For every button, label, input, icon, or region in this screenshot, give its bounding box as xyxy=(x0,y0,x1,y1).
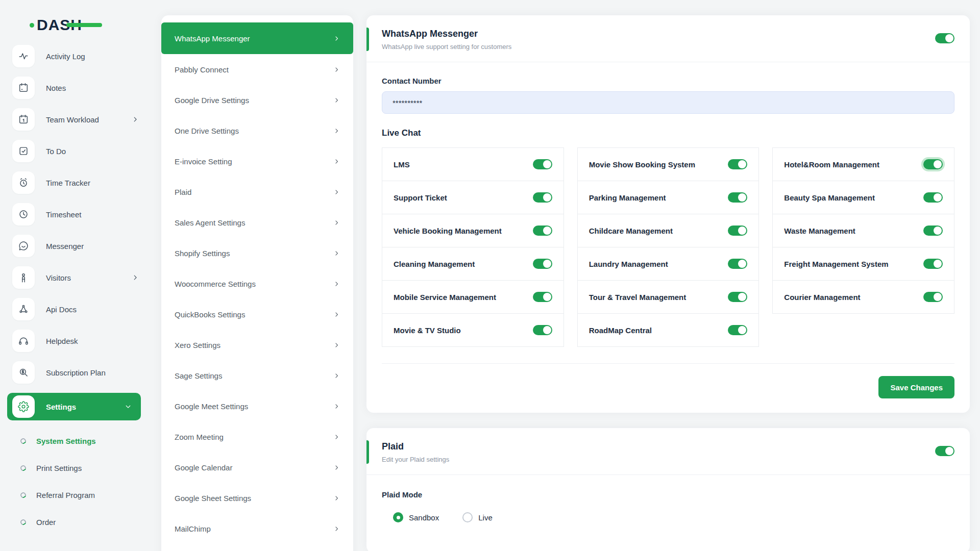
settings-nav-item-e-invoice-setting[interactable]: E-invoice Setting xyxy=(161,146,353,177)
module-toggle-parking-management[interactable] xyxy=(728,192,747,203)
settings-nav-item-xero-settings[interactable]: Xero Settings xyxy=(161,330,353,360)
module-label: Freight Management System xyxy=(784,260,888,268)
bullet-icon xyxy=(19,464,27,472)
chevron-down-icon xyxy=(125,403,132,410)
toggle-knob xyxy=(934,293,942,301)
toggle-knob xyxy=(738,326,746,334)
sidebar-subitem-system-settings[interactable]: System Settings xyxy=(0,428,153,455)
settings-nav-item-shopify-settings[interactable]: Shopify Settings xyxy=(161,238,353,268)
settings-nav-item-whatsapp-messenger[interactable]: WhatsApp Messenger xyxy=(161,22,353,54)
sidebar-item-subscription-plan[interactable]: Subscription Plan xyxy=(0,361,153,384)
module-toggle-roadmap-central[interactable] xyxy=(728,325,747,335)
module-toggle-movie-tv-studio[interactable] xyxy=(533,325,552,335)
plaid-mode-option-live[interactable]: Live xyxy=(462,512,493,522)
sidebar-item-timesheet[interactable]: Timesheet xyxy=(0,203,153,226)
settings-nav-item-sales-agent-settings[interactable]: Sales Agent Settings xyxy=(161,207,353,238)
sidebar-item-messenger[interactable]: Messenger xyxy=(0,235,153,257)
chevron-right-icon xyxy=(333,250,340,257)
toggle-knob xyxy=(543,260,551,268)
sidebar-item-team-workload[interactable]: Team Workload xyxy=(0,108,153,131)
settings-nav-item-google-drive-settings[interactable]: Google Drive Settings xyxy=(161,85,353,115)
toggle-knob xyxy=(738,193,746,202)
whatsapp-card-header: WhatsApp Messenger WhatsApp live support… xyxy=(366,15,970,62)
toggle-knob xyxy=(543,326,551,334)
module-cell-courier-management: Courier Management xyxy=(772,280,954,314)
settings-nav-list: WhatsApp MessengerPabbly ConnectGoogle D… xyxy=(161,22,353,544)
plaid-card-body: Plaid Mode SandboxLive xyxy=(366,475,970,551)
settings-nav-item-label: Pabbly Connect xyxy=(175,65,229,74)
whatsapp-settings-card: WhatsApp Messenger WhatsApp live support… xyxy=(366,15,970,413)
settings-nav-item-sage-settings[interactable]: Sage Settings xyxy=(161,360,353,391)
plaid-mode-option-label: Live xyxy=(478,513,493,522)
sidebar-item-label: Activity Log xyxy=(46,52,85,61)
sidebar-subitem-referral-program[interactable]: Referral Program xyxy=(0,482,153,509)
settings-nav-item-one-drive-settings[interactable]: One Drive Settings xyxy=(161,115,353,146)
plaid-mode-radio-sandbox[interactable] xyxy=(393,512,403,522)
plaid-mode-radio-live[interactable] xyxy=(462,512,473,522)
visitors-icon xyxy=(18,272,29,283)
module-toggle-freight-management-system[interactable] xyxy=(923,259,943,269)
plaid-enabled-toggle[interactable] xyxy=(935,446,954,456)
module-toggle-movie-show-booking-system[interactable] xyxy=(728,159,747,169)
sidebar-item-time-tracker[interactable]: Time Tracker xyxy=(0,171,153,194)
sidebar-item-label: Visitors xyxy=(46,273,71,282)
module-toggle-tour-travel-management[interactable] xyxy=(728,292,747,302)
settings-nav-item-zoom-meeting[interactable]: Zoom Meeting xyxy=(161,421,353,452)
toggle-knob xyxy=(738,260,746,268)
dash-logo[interactable]: DASH xyxy=(37,14,118,36)
sidebar-item-to-do[interactable]: To Do xyxy=(0,140,153,162)
sidebar-item-api-docs[interactable]: Api Docs xyxy=(0,298,153,320)
module-toggle-mobile-service-management[interactable] xyxy=(533,292,552,302)
settings-nav-item-plaid[interactable]: Plaid xyxy=(161,177,353,207)
module-toggle-support-ticket[interactable] xyxy=(533,192,552,203)
settings-nav-item-mailchimp[interactable]: MailChimp xyxy=(161,513,353,544)
sidebar-subitem-label: Print Settings xyxy=(36,464,82,472)
sidebar-item-helpdesk[interactable]: Helpdesk xyxy=(0,330,153,352)
main-content: WhatsApp Messenger WhatsApp live support… xyxy=(366,15,970,551)
module-label: Movie Show Booking System xyxy=(589,160,695,169)
module-toggle-vehicle-booking-management[interactable] xyxy=(533,226,552,236)
settings-nav-item-woocommerce-settings[interactable]: Woocommerce Settings xyxy=(161,268,353,299)
module-toggle-lms[interactable] xyxy=(533,159,552,169)
save-changes-button[interactable]: Save Changes xyxy=(878,376,954,398)
module-cell-hotel-room-management: Hotel&Room Management xyxy=(772,147,954,181)
settings-nav-item-pabbly-connect[interactable]: Pabbly Connect xyxy=(161,54,353,85)
module-toggle-cleaning-management[interactable] xyxy=(533,259,552,269)
module-toggle-hotel-room-management[interactable] xyxy=(923,159,943,169)
toggle-knob xyxy=(543,293,551,301)
sidebar-subitem-order[interactable]: Order xyxy=(0,509,153,536)
module-cell-childcare-management: Childcare Management xyxy=(577,214,760,247)
sidebar-subitem-print-settings[interactable]: Print Settings xyxy=(0,455,153,482)
settings-nav-item-google-calendar[interactable]: Google Calendar xyxy=(161,452,353,483)
sidebar-item-settings[interactable]: Settings xyxy=(7,393,141,420)
settings-nav-item-google-sheet-settings[interactable]: Google Sheet Settings xyxy=(161,483,353,513)
plaid-mode-option-sandbox[interactable]: Sandbox xyxy=(393,512,439,522)
chevron-right-icon xyxy=(333,281,340,287)
module-toggle-laundry-management[interactable] xyxy=(728,259,747,269)
settings-nav-item-google-meet-settings[interactable]: Google Meet Settings xyxy=(161,391,353,421)
module-label: Vehicle Booking Management xyxy=(394,227,502,235)
chevron-right-icon xyxy=(333,403,340,410)
settings-nav-item-label: Sage Settings xyxy=(175,371,222,380)
todo-icon xyxy=(18,145,29,157)
chevron-right-icon xyxy=(333,372,340,379)
module-label: Cleaning Management xyxy=(394,260,475,268)
contact-number-input[interactable] xyxy=(382,91,954,114)
bullet-icon xyxy=(19,491,27,499)
api-docs-icon-box xyxy=(12,298,35,320)
chevron-right-icon xyxy=(333,434,340,440)
whatsapp-card-header-text: WhatsApp Messenger WhatsApp live support… xyxy=(382,29,511,51)
chevron-right-icon xyxy=(333,158,340,165)
toggle-knob xyxy=(945,34,953,42)
settings-nav-item-quickbooks-settings[interactable]: QuickBooks Settings xyxy=(161,299,353,330)
module-toggle-beauty-spa-management[interactable] xyxy=(923,192,943,203)
module-toggle-childcare-management[interactable] xyxy=(728,226,747,236)
sidebar-item-notes[interactable]: Notes xyxy=(0,77,153,99)
module-toggle-courier-management[interactable] xyxy=(923,292,943,302)
whatsapp-enabled-toggle[interactable] xyxy=(935,33,954,43)
module-toggle-waste-management[interactable] xyxy=(923,226,943,236)
logo-dash-icon xyxy=(66,23,102,27)
sidebar-item-visitors[interactable]: Visitors xyxy=(0,266,153,289)
sidebar-item-label: Subscription Plan xyxy=(46,368,106,377)
sidebar-item-activity-log[interactable]: Activity Log xyxy=(0,45,153,67)
